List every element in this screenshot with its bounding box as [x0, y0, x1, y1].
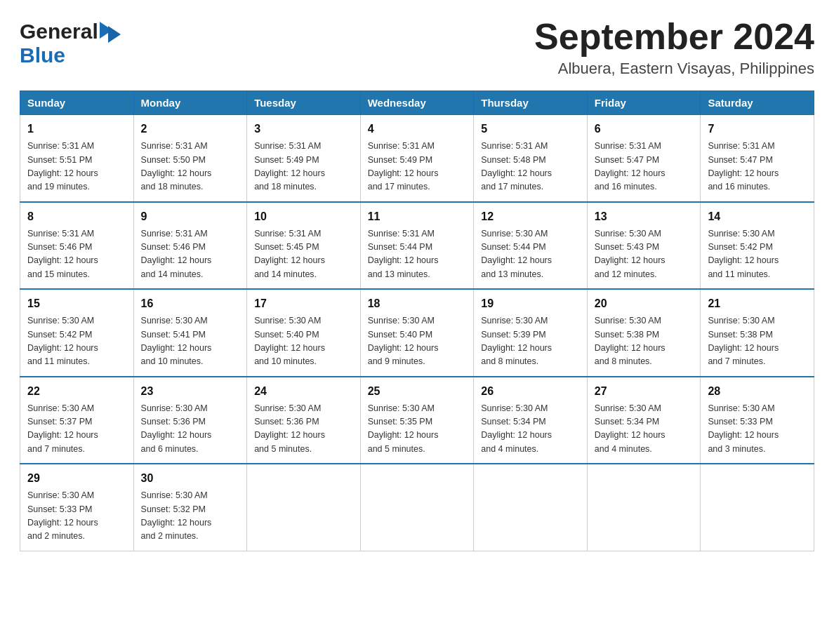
day-number: 21 — [708, 295, 807, 312]
day-number: 8 — [27, 208, 126, 225]
weekday-header-thursday: Thursday — [474, 91, 588, 115]
day-number: 14 — [708, 208, 807, 225]
weekday-header-sunday: Sunday — [20, 91, 134, 115]
calendar-cell — [587, 464, 701, 551]
calendar-cell: 17Sunrise: 5:30 AMSunset: 5:40 PMDayligh… — [247, 289, 361, 377]
calendar-week-row: 1Sunrise: 5:31 AMSunset: 5:51 PMDaylight… — [20, 115, 814, 202]
day-info: Sunrise: 5:30 AMSunset: 5:37 PMDaylight:… — [27, 402, 126, 457]
day-info: Sunrise: 5:31 AMSunset: 5:51 PMDaylight:… — [27, 140, 126, 194]
weekday-header-tuesday: Tuesday — [247, 91, 361, 115]
calendar-table: SundayMondayTuesdayWednesdayThursdayFrid… — [20, 90, 814, 551]
day-number: 17 — [254, 295, 353, 312]
weekday-header-wednesday: Wednesday — [360, 91, 474, 115]
calendar-cell — [701, 464, 814, 551]
day-info: Sunrise: 5:31 AMSunset: 5:49 PMDaylight:… — [254, 140, 353, 194]
calendar-cell: 18Sunrise: 5:30 AMSunset: 5:40 PMDayligh… — [360, 289, 474, 377]
day-info: Sunrise: 5:30 AMSunset: 5:35 PMDaylight:… — [368, 402, 467, 457]
weekday-header-row: SundayMondayTuesdayWednesdayThursdayFrid… — [20, 91, 814, 115]
logo-blue-text: Blue — [20, 43, 65, 67]
day-info: Sunrise: 5:30 AMSunset: 5:34 PMDaylight:… — [481, 402, 580, 457]
day-number: 2 — [141, 121, 240, 137]
day-number: 27 — [595, 383, 694, 400]
calendar-cell: 30Sunrise: 5:30 AMSunset: 5:32 PMDayligh… — [133, 464, 247, 551]
day-info: Sunrise: 5:31 AMSunset: 5:45 PMDaylight:… — [254, 227, 353, 282]
calendar-cell: 8Sunrise: 5:31 AMSunset: 5:46 PMDaylight… — [20, 202, 134, 290]
calendar-cell: 19Sunrise: 5:30 AMSunset: 5:39 PMDayligh… — [474, 289, 588, 377]
calendar-cell: 15Sunrise: 5:30 AMSunset: 5:42 PMDayligh… — [20, 289, 134, 377]
day-info: Sunrise: 5:30 AMSunset: 5:32 PMDaylight:… — [141, 489, 240, 544]
day-info: Sunrise: 5:30 AMSunset: 5:42 PMDaylight:… — [708, 227, 807, 282]
day-number: 11 — [368, 208, 467, 225]
day-number: 7 — [708, 121, 807, 137]
day-number: 29 — [27, 470, 126, 487]
day-info: Sunrise: 5:31 AMSunset: 5:50 PMDaylight:… — [141, 140, 240, 194]
calendar-cell: 22Sunrise: 5:30 AMSunset: 5:37 PMDayligh… — [20, 377, 134, 464]
day-number: 1 — [27, 121, 126, 137]
day-number: 24 — [254, 383, 353, 400]
calendar-cell: 26Sunrise: 5:30 AMSunset: 5:34 PMDayligh… — [474, 377, 588, 464]
logo-triangle2-icon — [108, 26, 121, 43]
day-info: Sunrise: 5:30 AMSunset: 5:40 PMDaylight:… — [254, 314, 353, 369]
day-info: Sunrise: 5:31 AMSunset: 5:46 PMDaylight:… — [27, 227, 126, 282]
day-number: 30 — [141, 470, 240, 487]
page-header: General Blue September 2024 Albuera, Eas… — [20, 17, 814, 78]
calendar-cell: 3Sunrise: 5:31 AMSunset: 5:49 PMDaylight… — [247, 115, 361, 202]
day-number: 12 — [481, 208, 580, 225]
calendar-cell: 28Sunrise: 5:30 AMSunset: 5:33 PMDayligh… — [701, 377, 814, 464]
calendar-cell: 5Sunrise: 5:31 AMSunset: 5:48 PMDaylight… — [474, 115, 588, 202]
day-info: Sunrise: 5:31 AMSunset: 5:49 PMDaylight:… — [368, 140, 467, 194]
calendar-cell: 1Sunrise: 5:31 AMSunset: 5:51 PMDaylight… — [20, 115, 134, 202]
day-info: Sunrise: 5:30 AMSunset: 5:34 PMDaylight:… — [595, 402, 694, 457]
day-info: Sunrise: 5:30 AMSunset: 5:39 PMDaylight:… — [481, 314, 580, 369]
day-number: 26 — [481, 383, 580, 400]
day-info: Sunrise: 5:30 AMSunset: 5:41 PMDaylight:… — [141, 314, 240, 369]
day-info: Sunrise: 5:30 AMSunset: 5:33 PMDaylight:… — [27, 489, 126, 544]
day-info: Sunrise: 5:31 AMSunset: 5:44 PMDaylight:… — [368, 227, 467, 282]
weekday-header-monday: Monday — [133, 91, 247, 115]
day-number: 13 — [595, 208, 694, 225]
calendar-cell — [247, 464, 361, 551]
day-info: Sunrise: 5:31 AMSunset: 5:47 PMDaylight:… — [595, 140, 694, 194]
calendar-cell: 13Sunrise: 5:30 AMSunset: 5:43 PMDayligh… — [587, 202, 701, 290]
day-number: 18 — [368, 295, 467, 312]
calendar-cell: 4Sunrise: 5:31 AMSunset: 5:49 PMDaylight… — [360, 115, 474, 202]
calendar-week-row: 22Sunrise: 5:30 AMSunset: 5:37 PMDayligh… — [20, 377, 814, 464]
calendar-cell: 14Sunrise: 5:30 AMSunset: 5:42 PMDayligh… — [701, 202, 814, 290]
calendar-cell: 7Sunrise: 5:31 AMSunset: 5:47 PMDaylight… — [701, 115, 814, 202]
day-info: Sunrise: 5:30 AMSunset: 5:33 PMDaylight:… — [708, 402, 807, 457]
calendar-cell: 29Sunrise: 5:30 AMSunset: 5:33 PMDayligh… — [20, 464, 134, 551]
logo-general-text: General — [20, 20, 98, 43]
day-info: Sunrise: 5:30 AMSunset: 5:42 PMDaylight:… — [27, 314, 126, 369]
calendar-cell: 24Sunrise: 5:30 AMSunset: 5:36 PMDayligh… — [247, 377, 361, 464]
day-info: Sunrise: 5:30 AMSunset: 5:40 PMDaylight:… — [368, 314, 467, 369]
title-block: September 2024 Albuera, Eastern Visayas,… — [534, 17, 814, 78]
calendar-subtitle: Albuera, Eastern Visayas, Philippines — [534, 60, 814, 78]
day-number: 22 — [27, 383, 126, 400]
day-number: 5 — [481, 121, 580, 137]
logo: General Blue — [20, 20, 121, 67]
calendar-cell: 6Sunrise: 5:31 AMSunset: 5:47 PMDaylight… — [587, 115, 701, 202]
day-number: 23 — [141, 383, 240, 400]
calendar-cell: 21Sunrise: 5:30 AMSunset: 5:38 PMDayligh… — [701, 289, 814, 377]
day-number: 4 — [368, 121, 467, 137]
day-info: Sunrise: 5:31 AMSunset: 5:46 PMDaylight:… — [141, 227, 240, 282]
calendar-title: September 2024 — [534, 17, 814, 57]
calendar-week-row: 29Sunrise: 5:30 AMSunset: 5:33 PMDayligh… — [20, 464, 814, 551]
day-number: 6 — [595, 121, 694, 137]
calendar-cell: 25Sunrise: 5:30 AMSunset: 5:35 PMDayligh… — [360, 377, 474, 464]
calendar-cell: 12Sunrise: 5:30 AMSunset: 5:44 PMDayligh… — [474, 202, 588, 290]
day-number: 10 — [254, 208, 353, 225]
day-number: 16 — [141, 295, 240, 312]
day-number: 15 — [27, 295, 126, 312]
calendar-cell: 16Sunrise: 5:30 AMSunset: 5:41 PMDayligh… — [133, 289, 247, 377]
calendar-week-row: 8Sunrise: 5:31 AMSunset: 5:46 PMDaylight… — [20, 202, 814, 290]
day-info: Sunrise: 5:31 AMSunset: 5:48 PMDaylight:… — [481, 140, 580, 194]
calendar-cell: 10Sunrise: 5:31 AMSunset: 5:45 PMDayligh… — [247, 202, 361, 290]
day-number: 19 — [481, 295, 580, 312]
weekday-header-saturday: Saturday — [701, 91, 814, 115]
calendar-cell: 27Sunrise: 5:30 AMSunset: 5:34 PMDayligh… — [587, 377, 701, 464]
calendar-cell: 2Sunrise: 5:31 AMSunset: 5:50 PMDaylight… — [133, 115, 247, 202]
day-info: Sunrise: 5:30 AMSunset: 5:38 PMDaylight:… — [708, 314, 807, 369]
day-number: 25 — [368, 383, 467, 400]
day-info: Sunrise: 5:30 AMSunset: 5:38 PMDaylight:… — [595, 314, 694, 369]
